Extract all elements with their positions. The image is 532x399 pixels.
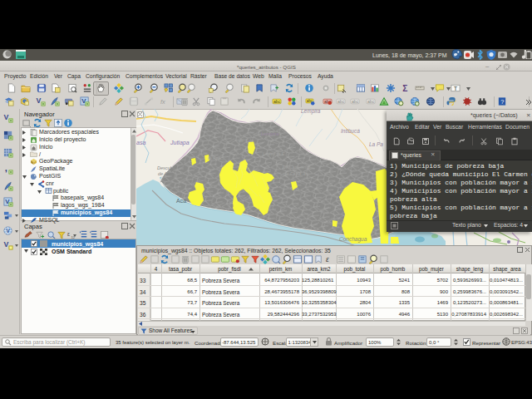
svg-text:V: V [36, 96, 41, 105]
svg-text:abc: abc [273, 99, 281, 104]
svg-text:de T..la: de T..la [239, 138, 254, 143]
svg-text:Lempira: Lempira [301, 109, 321, 115]
svg-text:V: V [7, 228, 11, 234]
svg-text:de Ahu: de Ahu [158, 171, 172, 176]
svg-text:Jutiapa: Jutiapa [170, 140, 190, 146]
svg-text:De...am..ento: De...am..ento [283, 165, 310, 170]
svg-text:T: T [454, 85, 458, 92]
svg-text:de Caba..as: de Caba..as [283, 171, 308, 176]
svg-text:?: ? [500, 98, 504, 106]
svg-text:abc: abc [337, 99, 345, 104]
svg-text:Intibucá: Intibucá [341, 128, 360, 134]
svg-text:asa: asa [136, 140, 145, 145]
svg-text:ta Aca: ta Aca [208, 155, 220, 160]
svg-text:La Pa: La Pa [369, 141, 383, 147]
svg-text:abc: abc [352, 99, 359, 104]
svg-text:Lempira: Lempira [261, 131, 279, 136]
svg-text:L..des..a E: L..des..a E [263, 151, 285, 156]
svg-text:ε: ε [326, 255, 329, 264]
svg-text:V: V [3, 240, 8, 249]
svg-text:Conchagua: Conchagua [339, 236, 367, 243]
svg-text:abc: abc [367, 99, 375, 104]
svg-text:,: , [5, 165, 7, 173]
svg-text:V: V [3, 113, 8, 121]
svg-text:Descubrim: Descubrim [157, 165, 180, 170]
svg-text:fx: fx [160, 98, 165, 106]
svg-text:Aca: Aca [176, 198, 186, 204]
svg-text:Σ: Σ [402, 84, 407, 93]
svg-text:ε: ε [67, 231, 70, 237]
